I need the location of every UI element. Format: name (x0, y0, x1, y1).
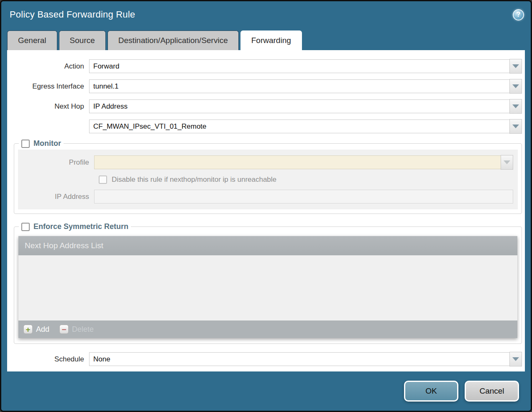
next-hop-address-table-toolbar: + Add − Delete (18, 320, 517, 338)
next-hop-type-select[interactable]: IP Address (89, 99, 510, 113)
schedule-dropdown-button[interactable] (509, 352, 522, 366)
next-hop-address-table-body[interactable] (18, 255, 517, 320)
next-hop-address-row: CF_MWAN_IPsec_VTI_01_Remote (7, 119, 522, 134)
action-dropdown-button[interactable] (509, 59, 522, 74)
profile-row: Profile (18, 155, 518, 170)
tab-general[interactable]: General (7, 31, 57, 50)
disable-rule-label: Disable this rule if nexthop/monitor ip … (112, 175, 276, 184)
monitor-ip-address-row: IP Address (18, 190, 518, 203)
dialog-title: Policy Based Forwarding Rule (10, 9, 135, 20)
tab-source[interactable]: Source (59, 31, 106, 50)
disable-rule-checkbox (99, 175, 107, 184)
next-hop-address-dropdown-button[interactable] (509, 119, 522, 134)
next-hop-address-list-header-label: Next Hop Address List (25, 241, 103, 250)
forwarding-tab-panel: Action Forward Egress Interface tunnel.1… (7, 50, 525, 371)
monitor-checkbox[interactable] (21, 140, 30, 148)
delete-button: − Delete (59, 325, 94, 334)
add-button[interactable]: + Add (23, 325, 49, 334)
schedule-select[interactable]: None (89, 352, 510, 366)
tab-destination-application-service[interactable]: Destination/Application/Service (107, 31, 239, 50)
profile-label: Profile (18, 158, 94, 167)
tab-destination-application-service-label: Destination/Application/Service (118, 36, 228, 45)
enforce-symmetric-return-legend: Enforce Symmetric Return (19, 222, 131, 231)
next-hop-address-table: Next Hop Address List + Add − Delete (18, 236, 517, 338)
next-hop-address-table-header: Next Hop Address List (18, 236, 517, 255)
chevron-down-icon (504, 160, 510, 164)
monitor-ip-address-input (94, 190, 513, 203)
tab-bar: General Source Destination/Application/S… (1, 31, 531, 50)
tab-forwarding[interactable]: Forwarding (240, 31, 302, 50)
monitor-legend: Monitor (19, 139, 64, 148)
egress-interface-row: Egress Interface tunnel.1 (7, 79, 522, 94)
tab-source-label: Source (70, 36, 95, 45)
next-hop-address-select[interactable]: CF_MWAN_IPsec_VTI_01_Remote (89, 120, 510, 133)
enforce-symmetric-return-label: Enforce Symmetric Return (33, 222, 128, 231)
cancel-button[interactable]: Cancel (465, 381, 519, 402)
chevron-down-icon (512, 104, 519, 108)
action-row: Action Forward (7, 59, 522, 74)
dialog-titlebar: Policy Based Forwarding Rule ? (1, 1, 531, 31)
add-button-label: Add (36, 325, 49, 334)
monitor-section: Monitor Profile Disable this rule if nex… (14, 139, 522, 214)
next-hop-row: Next Hop IP Address (7, 99, 522, 114)
chevron-down-icon (512, 84, 519, 88)
disable-rule-row: Disable this rule if nexthop/monitor ip … (94, 175, 518, 184)
pbf-rule-dialog: Policy Based Forwarding Rule ? General S… (0, 0, 532, 412)
monitor-panel: Profile Disable this rule if nexthop/mon… (18, 150, 518, 209)
action-select[interactable]: Forward (89, 59, 510, 73)
delete-button-label: Delete (72, 325, 94, 334)
plus-icon: + (23, 325, 33, 334)
chevron-down-icon (512, 357, 519, 361)
ok-button[interactable]: OK (404, 381, 458, 402)
tab-general-label: General (18, 36, 46, 45)
schedule-row: Schedule None (7, 352, 522, 366)
profile-select (94, 155, 501, 169)
tab-forwarding-label: Forwarding (251, 36, 291, 45)
monitor-legend-label: Monitor (33, 139, 61, 148)
enforce-symmetric-return-section: Enforce Symmetric Return Next Hop Addres… (14, 222, 522, 344)
profile-dropdown-button (501, 155, 513, 170)
dialog-footer: OK Cancel (404, 381, 519, 402)
monitor-ip-address-label: IP Address (18, 193, 94, 201)
help-icon[interactable]: ? (513, 9, 524, 20)
schedule-label: Schedule (7, 355, 89, 364)
chevron-down-icon (512, 64, 519, 68)
egress-interface-dropdown-button[interactable] (509, 79, 522, 94)
egress-interface-label: Egress Interface (7, 82, 89, 91)
action-label: Action (7, 62, 89, 71)
enforce-symmetric-return-checkbox[interactable] (21, 223, 30, 231)
egress-interface-select[interactable]: tunnel.1 (89, 79, 510, 93)
chevron-down-icon (512, 125, 519, 128)
next-hop-dropdown-button[interactable] (509, 99, 522, 114)
next-hop-label: Next Hop (7, 102, 89, 111)
minus-icon: − (59, 325, 69, 334)
